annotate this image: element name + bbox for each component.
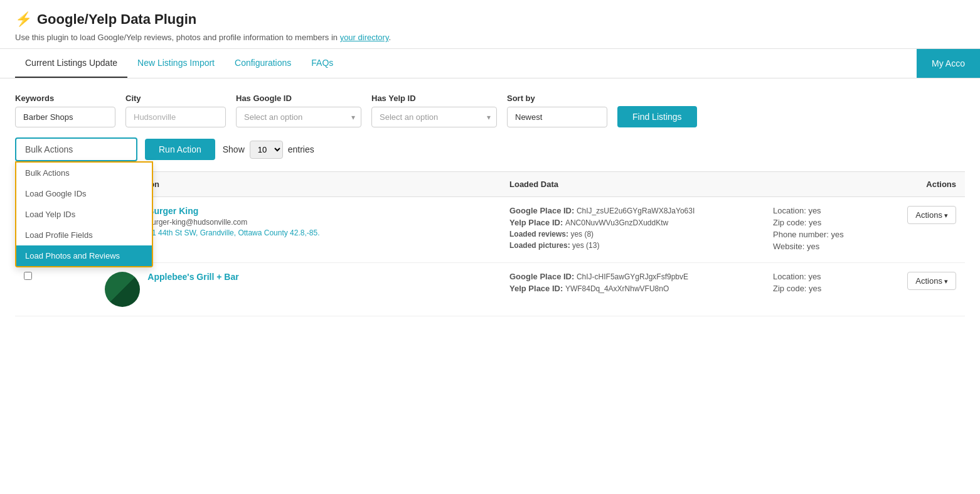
google-id-label: Has Google ID xyxy=(236,94,361,103)
city-label: City xyxy=(125,94,226,103)
data-table: ct Information Loaded Data Actions ACTIV… xyxy=(15,171,965,316)
row-actions-cell-applebees: Actions xyxy=(890,263,965,316)
website-label: Website: xyxy=(773,242,804,251)
city-filter-group: City xyxy=(125,94,226,127)
sort-by-input[interactable] xyxy=(507,107,607,127)
listing-email-burger-king: burger-king@hudsonville.com xyxy=(147,218,492,227)
tab-faqs[interactable]: FAQs xyxy=(301,49,343,78)
google-id-filter-group: Has Google ID Select an option Yes No xyxy=(236,94,361,127)
google-place-id-label: Google Place ID: xyxy=(509,206,574,215)
profile-fields-applebees: Location: yes Zip code: yes xyxy=(773,272,881,293)
yelp-id-label: Has Yelp ID xyxy=(371,94,497,103)
my-account-button[interactable]: My Acco xyxy=(917,49,980,78)
listing-name-applebees[interactable]: Applebee's Grill + Bar xyxy=(147,272,238,282)
yelp-place-id-label-applebees: Yelp Place ID: xyxy=(509,284,563,293)
location-value: yes xyxy=(808,206,821,215)
row-contact-cell: Burger King burger-king@hudsonville.com … xyxy=(96,197,501,263)
dropdown-item-load-profile-fields[interactable]: Load Profile Fields xyxy=(16,225,152,245)
row-checkbox-cell-applebees xyxy=(15,263,41,316)
col-profile-fields xyxy=(764,172,890,197)
run-action-button[interactable]: Run Action xyxy=(145,139,215,160)
tabs-bar: Current Listings Update New Listings Imp… xyxy=(0,49,980,78)
yelp-place-id-row-applebees: Yelp Place ID: YWF84Dq_4AxXrNhwVFU8nO xyxy=(509,284,755,293)
google-id-select[interactable]: Select an option Yes No xyxy=(236,107,361,127)
entries-select[interactable]: 10 25 50 xyxy=(250,141,283,159)
bolt-icon: ⚡ xyxy=(15,11,32,28)
col-actions: Actions xyxy=(890,172,965,197)
keywords-input[interactable] xyxy=(15,107,115,127)
yelp-place-id-value-applebees: YWF84Dq_4AxXrNhwVFU8nO xyxy=(565,284,669,293)
bulk-actions-wrapper: Bulk Actions Load Google IDs Load Yelp I… xyxy=(15,137,137,161)
row-actions-cell-bk: Actions xyxy=(890,197,965,263)
zip-label-applebees: Zip code: xyxy=(773,284,806,293)
google-place-id-value-applebees: ChIJ-cHIF5awGYgRJgxFsf9pbvE xyxy=(577,272,688,281)
loaded-pictures-label: Loaded pictures: xyxy=(509,241,570,250)
yelp-id-select-wrapper: Select an option Yes No xyxy=(371,107,497,127)
website-row: Website: yes xyxy=(773,242,881,251)
location-row: Location: yes xyxy=(773,206,881,215)
phone-label: Phone number: xyxy=(773,230,829,239)
google-place-id-label-applebees: Google Place ID: xyxy=(509,272,574,281)
listing-name-burger-king[interactable]: Burger King xyxy=(147,206,198,216)
yelp-place-id-row: Yelp Place ID: ANC0NuvWVu3GnzDXuddKtw xyxy=(509,218,755,227)
actions-button-burger-king[interactable]: Actions xyxy=(907,206,956,224)
table-row-applebees: Applebee's Grill + Bar Google Place ID: … xyxy=(15,263,965,316)
dropdown-item-bulk-actions[interactable]: Bulk Actions xyxy=(16,163,152,183)
city-input[interactable] xyxy=(125,107,226,127)
row-loaded-data-cell-bk: Google Place ID: ChIJ_zsUE2u6GYgRaWX8JaY… xyxy=(501,197,764,263)
location-row-applebees: Location: yes xyxy=(773,272,881,281)
tab-configurations[interactable]: Configurations xyxy=(225,49,301,78)
dropdown-item-load-yelp-ids[interactable]: Load Yelp IDs xyxy=(16,204,152,225)
listing-address-burger-king: 31 44th St SW, Grandville, Ottawa County… xyxy=(147,228,492,237)
loaded-reviews-label: Loaded reviews: xyxy=(509,230,568,239)
google-id-select-wrapper: Select an option Yes No xyxy=(236,107,361,127)
location-label-applebees: Location: xyxy=(773,272,806,281)
zip-value: yes xyxy=(809,218,821,227)
google-place-id-value: ChIJ_zsUE2u6GYgRaWX8JaYo63I xyxy=(577,207,695,215)
row-contact-cell-applebees: Applebee's Grill + Bar xyxy=(96,263,501,316)
loaded-data-applebees: Google Place ID: ChIJ-cHIF5awGYgRJgxFsf9… xyxy=(509,272,755,293)
dropdown-item-load-photos-reviews[interactable]: Load Photos and Reviews xyxy=(16,245,152,266)
actions-button-applebees[interactable]: Actions xyxy=(907,272,956,290)
website-value: yes xyxy=(807,242,819,251)
filters-row: Keywords City Has Google ID Select an op… xyxy=(15,94,965,127)
sort-by-label: Sort by xyxy=(507,94,607,103)
page-title: ⚡ Google/Yelp Data Plugin xyxy=(15,11,965,28)
google-place-id-row: Google Place ID: ChIJ_zsUE2u6GYgRaWX8JaY… xyxy=(509,206,755,215)
find-listings-button[interactable]: Find Listings xyxy=(617,106,697,127)
phone-row: Phone number: yes xyxy=(773,230,881,239)
col-contact: ct Information xyxy=(96,172,501,197)
bulk-actions-select[interactable]: Bulk Actions Load Google IDs Load Yelp I… xyxy=(15,137,137,161)
page-title-text: Google/Yelp Data Plugin xyxy=(37,11,196,28)
loaded-pictures-value: yes (13) xyxy=(572,241,599,250)
listing-info-burger-king: Burger King burger-king@hudsonville.com … xyxy=(147,206,492,237)
table-row: ACTIVE Burger King burger-king@hudsonvil… xyxy=(15,197,965,263)
keywords-label: Keywords xyxy=(15,94,115,103)
row-profile-fields-cell-bk: Location: yes Zip code: yes Phone number… xyxy=(764,197,890,263)
bulk-actions-dropdown: Bulk Actions Load Google IDs Load Yelp I… xyxy=(15,161,153,267)
yelp-id-filter-group: Has Yelp ID Select an option Yes No xyxy=(371,94,497,127)
zip-label: Zip code: xyxy=(773,218,806,227)
profile-fields-bk: Location: yes Zip code: yes Phone number… xyxy=(773,206,881,251)
listing-info-applebees: Applebee's Grill + Bar xyxy=(147,272,492,282)
row-contact-inner: Burger King burger-king@hudsonville.com … xyxy=(105,206,492,241)
show-entries: Show 10 25 50 entries xyxy=(223,141,314,159)
loaded-reviews-value: yes (8) xyxy=(570,230,594,239)
zip-row: Zip code: yes xyxy=(773,218,881,227)
yelp-id-select[interactable]: Select an option Yes No xyxy=(371,107,497,127)
zip-value-applebees: yes xyxy=(809,284,821,293)
row-profile-fields-cell-applebees: Location: yes Zip code: yes xyxy=(764,263,890,316)
location-label: Location: xyxy=(773,206,806,215)
loaded-pictures-row: Loaded pictures: yes (13) xyxy=(509,241,755,250)
row-contact-inner-applebees: Applebee's Grill + Bar xyxy=(105,272,492,307)
show-label: Show xyxy=(223,144,245,154)
tab-current-listings[interactable]: Current Listings Update xyxy=(15,49,127,78)
tab-new-listings[interactable]: New Listings Import xyxy=(127,49,225,78)
dropdown-item-load-google-ids[interactable]: Load Google IDs xyxy=(16,183,152,204)
loaded-reviews-row: Loaded reviews: yes (8) xyxy=(509,230,755,239)
google-place-id-row-applebees: Google Place ID: ChIJ-cHIF5awGYgRJgxFsf9… xyxy=(509,272,755,281)
directory-link[interactable]: your directory xyxy=(340,33,389,42)
row-checkbox-applebees[interactable] xyxy=(24,272,32,280)
page-description: Use this plugin to load Google/Yelp revi… xyxy=(15,33,965,42)
loaded-data-bk: Google Place ID: ChIJ_zsUE2u6GYgRaWX8JaY… xyxy=(509,206,755,250)
